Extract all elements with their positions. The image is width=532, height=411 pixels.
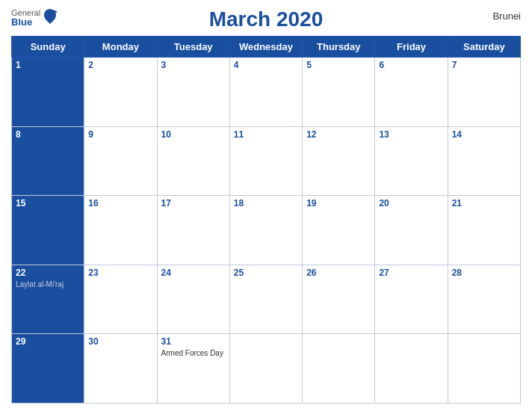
event-label: Laylat al-Mi'raj (16, 279, 80, 289)
date-number: 5 (306, 60, 371, 70)
date-number: 24 (161, 268, 226, 278)
date-number: 22 (16, 268, 80, 278)
table-cell: 29 (12, 334, 84, 404)
table-cell: 23 (84, 265, 157, 334)
date-number: 10 (161, 129, 226, 140)
calendar-header: General Blue March 2020 Brunei (11, 7, 521, 31)
date-number: 27 (379, 268, 443, 278)
logo-blue: Blue (11, 17, 40, 28)
date-number: 4 (234, 60, 298, 70)
table-cell (229, 334, 302, 404)
date-number: 25 (234, 268, 298, 278)
table-cell: 7 (448, 58, 520, 127)
day-header-row: Sunday Monday Tuesday Wednesday Thursday… (12, 37, 521, 58)
calendar-wrapper: General Blue March 2020 Brunei Sunday Mo… (0, 0, 532, 411)
header-monday: Monday (84, 37, 157, 58)
table-cell (375, 334, 448, 404)
date-number: 28 (452, 268, 516, 278)
table-cell: 27 (375, 265, 448, 334)
table-cell: 28 (448, 265, 520, 334)
date-number: 2 (88, 60, 152, 70)
table-cell: 10 (157, 126, 229, 196)
date-number: 23 (88, 268, 152, 278)
date-number: 19 (306, 198, 371, 208)
date-number: 1 (16, 60, 80, 70)
table-cell: 24 (157, 265, 229, 334)
country-label: Brunei (492, 10, 521, 22)
table-cell: 11 (229, 126, 302, 196)
week-row-5: 293031Armed Forces Day (12, 334, 521, 404)
date-number: 30 (88, 336, 152, 347)
table-cell: 17 (157, 196, 229, 265)
calendar-table: Sunday Monday Tuesday Wednesday Thursday… (11, 36, 521, 404)
table-cell: 9 (84, 126, 157, 196)
table-cell: 13 (375, 126, 448, 196)
date-number: 16 (88, 198, 152, 208)
header-friday: Friday (375, 37, 448, 58)
date-number: 6 (379, 60, 443, 70)
header-tuesday: Tuesday (157, 37, 229, 58)
week-row-2: 891011121314 (12, 126, 521, 196)
week-row-4: 22Laylat al-Mi'raj232425262728 (12, 265, 521, 334)
date-number: 17 (161, 198, 226, 208)
date-number: 29 (16, 336, 80, 347)
date-number: 31 (161, 336, 226, 347)
table-cell: 19 (303, 196, 375, 265)
table-cell: 2 (84, 58, 157, 127)
table-cell: 20 (375, 196, 448, 265)
date-number: 12 (306, 129, 371, 140)
table-cell: 22Laylat al-Mi'raj (12, 265, 84, 334)
table-cell: 25 (229, 265, 302, 334)
date-number: 7 (452, 60, 516, 70)
table-cell: 3 (157, 58, 229, 127)
table-cell: 12 (303, 126, 375, 196)
table-cell: 15 (12, 196, 84, 265)
header-sunday: Sunday (12, 37, 84, 58)
date-number: 13 (379, 129, 443, 140)
table-cell: 5 (303, 58, 375, 127)
table-cell (448, 334, 520, 404)
table-cell: 1 (12, 58, 84, 127)
date-number: 14 (452, 129, 516, 140)
date-number: 3 (161, 60, 226, 70)
table-cell: 31Armed Forces Day (157, 334, 229, 404)
logo-area: General Blue (11, 7, 58, 28)
header-thursday: Thursday (303, 37, 375, 58)
table-cell: 18 (229, 196, 302, 265)
table-cell: 30 (84, 334, 157, 404)
header-saturday: Saturday (448, 37, 520, 58)
week-row-3: 15161718192021 (12, 196, 521, 265)
header-wednesday: Wednesday (229, 37, 302, 58)
date-number: 18 (234, 198, 298, 208)
table-cell: 8 (12, 126, 84, 196)
logo-bird-icon (42, 7, 58, 28)
event-label: Armed Forces Day (161, 348, 226, 358)
date-number: 15 (16, 198, 80, 208)
date-number: 9 (88, 129, 152, 140)
table-cell (303, 334, 375, 404)
date-number: 20 (379, 198, 443, 208)
table-cell: 21 (448, 196, 520, 265)
date-number: 8 (16, 129, 80, 140)
date-number: 26 (306, 268, 371, 278)
table-cell: 4 (229, 58, 302, 127)
table-cell: 14 (448, 126, 520, 196)
table-cell: 6 (375, 58, 448, 127)
month-title: March 2020 (209, 7, 324, 31)
date-number: 11 (234, 129, 298, 140)
table-cell: 26 (303, 265, 375, 334)
table-cell: 16 (84, 196, 157, 265)
week-row-1: 1234567 (12, 58, 521, 127)
date-number: 21 (452, 198, 516, 208)
